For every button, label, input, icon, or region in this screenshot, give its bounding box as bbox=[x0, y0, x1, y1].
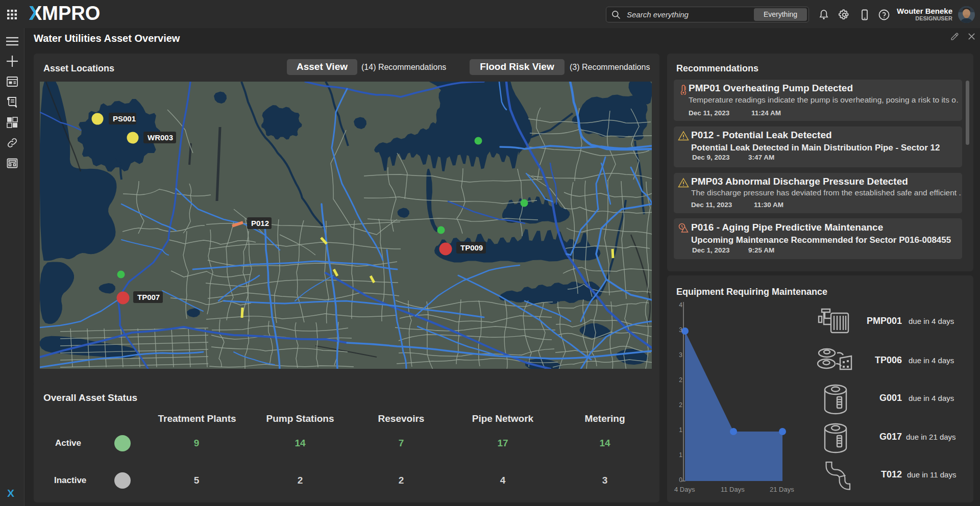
svg-text:XMPRO: XMPRO bbox=[29, 5, 100, 23]
svg-text:X: X bbox=[7, 487, 14, 499]
svg-text:WR003: WR003 bbox=[148, 133, 173, 142]
svg-text:PS001: PS001 bbox=[113, 114, 136, 123]
svg-text:TP009: TP009 bbox=[460, 243, 483, 252]
svg-text:TP007: TP007 bbox=[137, 293, 160, 301]
svg-text:P012: P012 bbox=[251, 219, 269, 227]
